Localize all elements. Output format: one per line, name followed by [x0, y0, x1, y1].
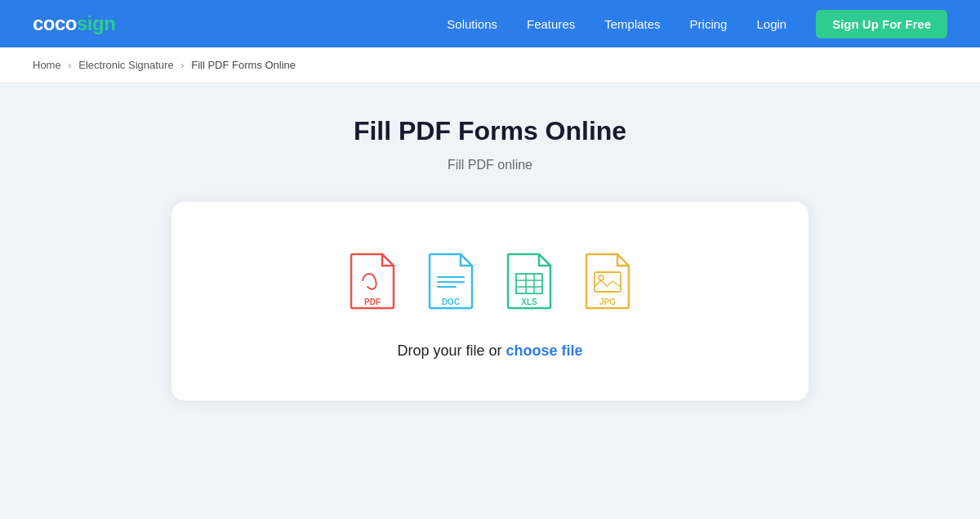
svg-text:PDF: PDF	[364, 298, 381, 306]
nav-pricing[interactable]: Pricing	[690, 17, 728, 31]
file-icons-row: PDF DOC	[346, 251, 634, 310]
logo-sign: sign	[77, 12, 115, 35]
nav-templates[interactable]: Templates	[604, 17, 660, 31]
nav-features[interactable]: Features	[527, 17, 575, 31]
file-type-jpg[interactable]: JPG	[581, 251, 634, 310]
drop-zone-text: Drop your file or choose file	[397, 342, 582, 360]
page-subtitle: Fill PDF online	[448, 158, 532, 172]
drop-text-label: Drop your file or	[397, 342, 506, 359]
header: cocosign Solutions Features Templates Pr…	[0, 0, 980, 47]
pdf-icon: PDF	[346, 251, 399, 310]
nav-solutions[interactable]: Solutions	[447, 17, 497, 31]
nav: Solutions Features Templates Pricing Log…	[447, 17, 786, 31]
logo[interactable]: cocosign	[33, 12, 115, 35]
breadcrumb-home[interactable]: Home	[33, 59, 61, 71]
logo-coco: coco	[33, 12, 77, 35]
choose-file-link[interactable]: choose file	[506, 342, 583, 359]
main-content: Fill PDF Forms Online Fill PDF online PD…	[0, 83, 980, 450]
doc-icon: DOC	[425, 251, 477, 310]
svg-point-12	[599, 275, 604, 280]
svg-text:XLS: XLS	[521, 298, 537, 306]
svg-rect-11	[595, 272, 621, 292]
svg-text:JPG: JPG	[599, 298, 616, 306]
svg-rect-5	[516, 274, 542, 293]
page-title: Fill PDF Forms Online	[354, 116, 626, 146]
file-type-pdf[interactable]: PDF	[346, 251, 399, 310]
breadcrumb-sep-1: ›	[68, 59, 71, 71]
upload-card: PDF DOC	[172, 202, 808, 400]
signup-button[interactable]: Sign Up For Free	[816, 10, 947, 38]
breadcrumb-sep-2: ›	[180, 59, 184, 71]
breadcrumb-current: Fill PDF Forms Online	[191, 59, 296, 71]
nav-login[interactable]: Login	[756, 17, 786, 31]
svg-text:DOC: DOC	[442, 298, 460, 306]
breadcrumb: Home › Electronic Signature › Fill PDF F…	[0, 47, 980, 83]
file-type-xls[interactable]: XLS	[503, 251, 555, 310]
file-type-doc[interactable]: DOC	[425, 251, 477, 310]
breadcrumb-esig[interactable]: Electronic Signature	[78, 59, 173, 71]
jpg-icon: JPG	[581, 251, 634, 310]
xls-icon: XLS	[503, 251, 555, 310]
